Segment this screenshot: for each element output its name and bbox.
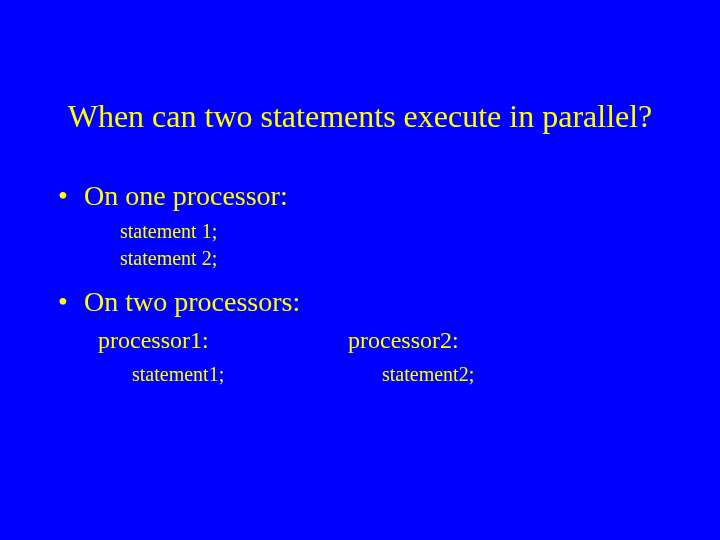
slide: When can two statements execute in paral… (0, 0, 720, 540)
code-line: statement1; (132, 360, 348, 388)
bullet-label: On one processor: (84, 180, 288, 212)
processor-label: processor2: (348, 324, 598, 356)
processor-label: processor1: (98, 324, 348, 356)
slide-title: When can two statements execute in paral… (0, 98, 720, 135)
column-processor1: processor1: statement1; (98, 324, 348, 388)
bullet-two-processors: • On two processors: (58, 286, 678, 318)
two-column-row: processor1: statement1; processor2: stat… (98, 324, 678, 388)
column-processor2: processor2: statement2; (348, 324, 598, 388)
code-line: statement 2; (120, 245, 678, 272)
code-line: statement2; (382, 360, 598, 388)
bullet-dot-icon: • (58, 286, 84, 318)
bullet-dot-icon: • (58, 180, 84, 212)
slide-body: • On one processor: statement 1; stateme… (58, 180, 678, 388)
code-line: statement 1; (120, 218, 678, 245)
bullet-label: On two processors: (84, 286, 300, 318)
bullet-one-processor: • On one processor: (58, 180, 678, 212)
